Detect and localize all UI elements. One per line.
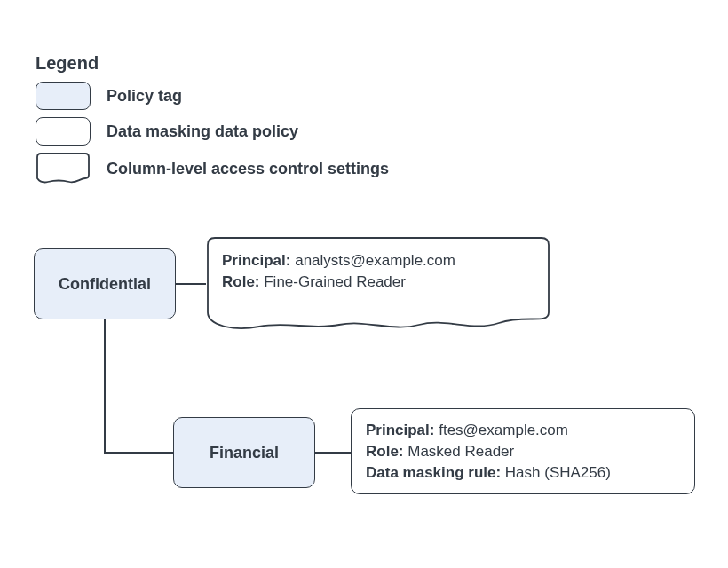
legend-title: Legend [36, 53, 99, 74]
principal-value: analysts@example.com [295, 252, 455, 269]
legend-label-masking: Data masking data policy [107, 122, 298, 141]
legend-row-policy-tag: Policy tag [36, 82, 182, 110]
policy-tag-confidential-label: Confidential [59, 275, 151, 294]
connector-confidential-vertical [104, 320, 106, 453]
masking-swatch-icon [36, 117, 91, 146]
connector-financial-to-mask [315, 452, 351, 454]
role-label: Role: [222, 273, 260, 290]
role-value: Fine-Grained Reader [264, 273, 406, 290]
legend-row-masking: Data masking data policy [36, 117, 298, 146]
policy-tag-confidential: Confidential [34, 248, 176, 320]
principal-label: Principal: [366, 422, 434, 438]
policy-tag-financial-label: Financial [210, 444, 279, 462]
clacs-card-confidential: Principal: analysts@example.com Role: Fi… [206, 236, 550, 341]
principal-value: ftes@example.com [439, 422, 568, 438]
rule-label: Data masking rule: [366, 464, 501, 481]
rule-value: Hash (SHA256) [505, 464, 611, 481]
clacs-swatch-icon [36, 153, 91, 185]
connector-confidential-horizontal [104, 452, 173, 454]
legend-row-clacs: Column-level access control settings [36, 153, 389, 185]
clacs-card-confidential-content: Principal: analysts@example.com Role: Fi… [222, 250, 536, 293]
role-label: Role: [366, 443, 404, 460]
legend-label-clacs: Column-level access control settings [107, 160, 389, 178]
policy-tag-swatch-icon [36, 82, 91, 110]
diagram-canvas: Legend Policy tag Data masking data poli… [0, 0, 728, 568]
role-value: Masked Reader [408, 443, 514, 460]
principal-label: Principal: [222, 252, 290, 269]
masking-card-financial: Principal: ftes@example.com Role: Masked… [351, 408, 695, 494]
connector-confidential-to-clacs [176, 283, 206, 285]
policy-tag-financial: Financial [173, 417, 315, 488]
legend-label-policy-tag: Policy tag [107, 87, 182, 106]
